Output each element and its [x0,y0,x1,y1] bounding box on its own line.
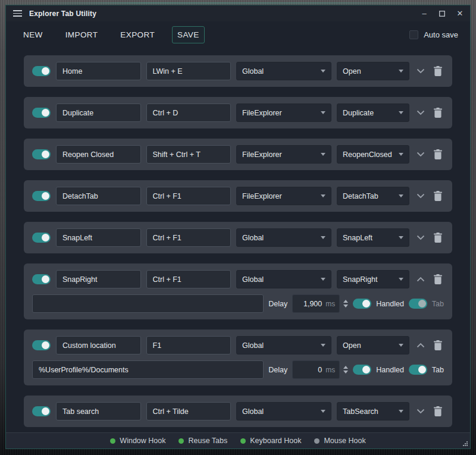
hotkey-input[interactable] [146,62,231,80]
maximize-button[interactable] [433,5,451,21]
hotkey-input[interactable] [146,103,231,122]
tab-toggle[interactable] [409,365,427,375]
toggle-knob-icon [418,366,426,374]
export-button[interactable]: EXPORT [115,26,160,43]
new-button[interactable]: NEW [18,26,48,43]
save-button[interactable]: SAVE [172,26,205,43]
name-input[interactable] [56,145,141,164]
name-input[interactable] [56,187,141,205]
caret-down-icon [321,70,325,73]
status-item-window-hook: Window Hook [110,437,165,445]
status-label: Keyboard Hook [250,437,301,445]
location-input[interactable] [32,294,264,313]
expand-collapse-button[interactable] [415,404,427,419]
caret-down-icon [321,111,325,114]
location-input[interactable] [32,360,264,379]
name-input[interactable] [56,103,141,122]
expand-collapse-button[interactable] [415,338,427,353]
enabled-toggle[interactable] [32,274,51,284]
trash-icon [434,108,442,118]
scope-select-value: FileExplorer [242,150,317,159]
action-select[interactable]: Open [337,62,409,80]
hotkey-row-main: Global SnapRight [32,270,444,288]
window-title: Explorer Tab Utility [29,10,96,18]
caret-down-icon [321,410,325,413]
delete-button[interactable] [432,148,444,162]
expand-collapse-button[interactable] [415,189,427,203]
action-select[interactable]: DetachTab [337,187,409,205]
hamburger-menu-icon[interactable] [13,10,22,17]
enabled-toggle[interactable] [32,233,51,243]
spinner-down-icon[interactable] [343,305,348,307]
titlebar[interactable]: Explorer Tab Utility – ✕ [6,5,470,21]
expand-collapse-button[interactable] [415,231,427,245]
hotkey-input[interactable] [146,336,231,354]
delay-spinner[interactable]: 0 ms [292,360,340,379]
maximize-icon [439,11,445,17]
spinner-arrows[interactable] [343,366,348,374]
name-input[interactable] [56,62,141,80]
hotkey-input[interactable] [146,228,231,247]
enabled-toggle[interactable] [32,108,51,118]
action-select[interactable]: TabSearch [337,402,409,421]
minimize-button[interactable]: – [415,5,433,21]
spinner-up-icon[interactable] [343,300,348,303]
scope-select[interactable]: FileExplorer [236,145,331,164]
delete-button[interactable] [432,106,444,120]
scope-select[interactable]: Global [236,228,331,247]
import-button[interactable]: IMPORT [60,26,104,43]
enabled-toggle[interactable] [32,340,51,350]
delete-button[interactable] [432,404,444,419]
tab-toggle[interactable] [409,299,427,309]
handled-toggle-label: Handled [376,366,404,374]
expand-collapse-button[interactable] [415,64,427,79]
scope-select[interactable]: FileExplorer [236,187,331,205]
chevron-down-icon [416,235,425,240]
name-input[interactable] [56,402,141,421]
delay-unit: ms [325,300,335,308]
spinner-arrows[interactable] [343,300,348,307]
spinner-down-icon[interactable] [343,371,348,374]
resize-grip-icon[interactable] [461,440,468,447]
caret-down-icon [399,236,403,239]
name-input[interactable] [56,270,141,288]
hotkey-input[interactable] [146,145,231,164]
enabled-toggle[interactable] [32,66,51,76]
hotkey-input[interactable] [146,270,231,288]
enabled-toggle[interactable] [32,191,51,201]
delete-button[interactable] [432,231,444,245]
name-input[interactable] [56,228,141,247]
scope-select[interactable]: FileExplorer [236,103,331,122]
hotkey-input[interactable] [146,402,231,421]
delete-button[interactable] [432,272,444,287]
expand-collapse-button[interactable] [415,272,427,287]
scope-select-value: Global [242,234,317,242]
scope-select[interactable]: Global [236,402,331,421]
action-select[interactable]: ReopenClosed [337,145,409,164]
action-select[interactable]: SnapLeft [337,228,409,247]
status-item-keyboard-hook: Keyboard Hook [240,437,301,445]
delete-button[interactable] [432,189,444,203]
enabled-toggle[interactable] [32,149,51,159]
handled-toggle[interactable] [353,365,371,375]
delete-button[interactable] [432,338,444,353]
action-select[interactable]: SnapRight [337,270,409,288]
name-input[interactable] [56,336,141,354]
scope-select[interactable]: Global [236,270,331,288]
scope-select[interactable]: Global [236,62,331,80]
action-select[interactable]: Duplicate [337,103,409,122]
action-select-value: DetachTab [343,192,395,200]
scope-select[interactable]: Global [236,336,331,354]
close-button[interactable]: ✕ [451,5,469,21]
spinner-up-icon[interactable] [343,366,348,369]
auto-save-checkbox[interactable] [409,30,418,39]
action-select[interactable]: Open [337,336,409,354]
handled-toggle[interactable] [353,299,371,309]
delay-spinner[interactable]: 1,900 ms [292,294,340,313]
expand-collapse-button[interactable] [415,148,427,162]
trash-icon [434,274,442,284]
delete-button[interactable] [432,64,444,79]
enabled-toggle[interactable] [32,406,51,416]
hotkey-input[interactable] [146,187,231,205]
expand-collapse-button[interactable] [415,106,427,120]
